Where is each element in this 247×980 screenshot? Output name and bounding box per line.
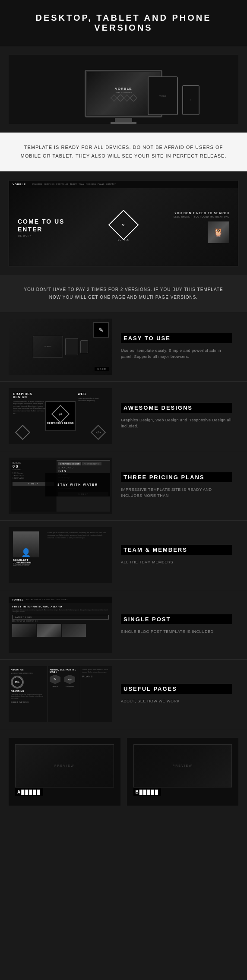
branding-desc: Lorem ipsum dolor sit amet, consectetur …: [11, 694, 45, 700]
feature-blog: VORBLE WELCOME SERVICES PORTFOLIO ABOUT …: [0, 590, 247, 660]
bottom-section: PREVIEW A█████ PREVIEW B█████: [0, 729, 247, 814]
feature-3-title: THREE PRICING PLANS: [121, 472, 232, 482]
about-title: ABOUT US: [11, 668, 45, 671]
blog-content: FIRST INTERNATIONAL AWARD Lorem ipsum do…: [9, 603, 112, 639]
feature-1-desc: Use our template easily. Simple and powe…: [121, 348, 232, 360]
hex-icons: ✎ DESIGN </> DEVELOP: [50, 675, 78, 688]
feature-3-content: THREE PRICING PLANS IMPRESSIVE TEMPLATE …: [112, 458, 238, 514]
feature-5-content: SINGLE POST SINGLE BLOG POST TEMPLATE IS…: [112, 597, 238, 653]
web-design-info: WEB Lorem ipsum dolor sit amet, consecte…: [78, 392, 108, 402]
page-header: DESKTOP, TABLET AND PHONE VERSIONS: [0, 0, 247, 46]
feature-awesome-designs: GRAPHICS DESIGN Lorem ipsum dolor sit am…: [0, 382, 247, 451]
basic-period: PER WEEK: [13, 468, 54, 471]
monitor-stand: [115, 118, 132, 122]
blog-header: VORBLE WELCOME SERVICES PORTFOLIO ABOUT …: [9, 597, 112, 603]
devices-description: TEMPLATE IS READY FOR ALL DEVICES. DO NO…: [0, 133, 247, 171]
mini-tablet-icon: [65, 338, 78, 355]
overlay-text: STAY WITH WATER: [57, 483, 98, 486]
feature-1-image: VORBLE ✎ USER: [9, 319, 112, 375]
team-member-name: SCARLETT JOHANSSON: [13, 559, 43, 564]
blog-nav-blog: BLOG: [57, 599, 60, 601]
blog-thumb-1: [12, 624, 36, 637]
monitor-base: [111, 122, 136, 124]
stay-with-water-overlay: STAY WITH WATER: [45, 473, 110, 496]
graphics-design-title: GRAPHICS DESIGN: [13, 392, 48, 398]
team-preview: 👤 SCARLETT JOHANSSON Marketing/Design Lo…: [9, 527, 112, 583]
responsive-icon-symbol: ⇄: [59, 412, 62, 417]
preview-nav-items: WELCOME SERVICES PORTFOLIO ABOUT TEAM PR…: [32, 183, 116, 185]
preview-hero-center: V VORBLE: [88, 214, 158, 241]
double-version-section: YOU DON'T HAVE TO PAY 2 TIMES FOR 2 VERS…: [0, 275, 247, 312]
blog-nav-welcome: WELCOME: [26, 599, 33, 601]
blog-thumb-3-bg: [62, 624, 86, 637]
feature-4-image: 👤 SCARLETT JOHANSSON Marketing/Design Lo…: [9, 527, 112, 583]
latest-news-button[interactable]: LATEST NEWS: [12, 615, 109, 620]
web-design-title: WEB: [78, 392, 108, 395]
feature-1-content: EASY TO USE Use our template easily. Sim…: [112, 319, 238, 375]
branding-title: BRANDING: [11, 690, 45, 692]
feature-3-image: BASIC 0 $ PER WEEK 5 GB Storage 3 ACCOUN…: [9, 458, 112, 514]
preview-right-sub: ELSE WHERE IF YOU FOUND THE RIGHT ONE: [159, 215, 229, 218]
see-how-we-work-title: ABOUT, SEE HOW WE WORK: [50, 668, 78, 673]
diamond-right-icon: </>: [93, 427, 104, 438]
blog-nav-contact: CONTACT: [61, 599, 67, 601]
basic-price: 0 $: [13, 464, 54, 468]
preview-hero-title: COME TO US ENTER: [18, 218, 88, 233]
website-preview-section: VORBLE WELCOME SERVICES PORTFOLIO ABOUT …: [0, 171, 247, 275]
bottom-left-image: PREVIEW: [15, 744, 114, 787]
design-hex: ✎: [50, 675, 60, 684]
devices-description-text: TEMPLATE IS READY FOR ALL DEVICES. DO NO…: [17, 143, 230, 161]
feature-5-title: SINGLE POST: [121, 614, 232, 624]
feature-5-image: VORBLE WELCOME SERVICES PORTFOLIO ABOUT …: [9, 597, 112, 653]
team-member-desc: Lorem ipsum dolor sit amet, consectetur …: [48, 531, 108, 539]
blog-nav-portfolio: PORTFOLIO: [42, 599, 49, 601]
tablet-icon: VORBLE: [148, 76, 178, 115]
more-info-label: MORE INTERESTING INFO: [11, 672, 45, 674]
preview-hero-sub: WE WORK: [18, 234, 88, 237]
responsive-design-icon: ⇄: [51, 405, 70, 423]
feature-easy-to-use: VORBLE ✎ USER EASY TO USE Use our templa…: [0, 312, 247, 382]
team-member-role: Marketing/Design: [13, 564, 43, 566]
bottom-right-image: PREVIEW: [133, 744, 232, 787]
blog-nav-about: ABOUT: [51, 599, 55, 601]
feature-1-title: EASY TO USE: [121, 333, 232, 343]
edit-icon: ✎: [93, 322, 109, 338]
design-label: DESIGN: [52, 686, 58, 688]
nav-item-plans: PLANS: [98, 183, 104, 185]
nav-item-process: PROCESS: [86, 183, 96, 185]
preview-nav: VORBLE WELCOME SERVICES PORTFOLIO ABOUT …: [9, 180, 238, 188]
preview-hero-right: YOU DON'T NEED TO SEARCH ELSE WHERE IF Y…: [159, 212, 229, 243]
team-member-photo: 👤: [13, 531, 39, 557]
mini-monitor-icon: VORBLE: [33, 336, 63, 357]
plans-info: Lorem ipsum dolor sit amet lorem ipsum. …: [82, 668, 111, 673]
feature-2-content: AWESOME DESIGNS Graphics Design, Web Des…: [112, 388, 238, 444]
blog-thumbnails: [12, 624, 109, 637]
feature-4-title: TEAM & MEMBERS: [121, 545, 232, 555]
graphics-design-desc: Lorem ipsum dolor sit amet, consectetur …: [13, 400, 48, 415]
device-mockup-image: VORBLE COME TO US ENTER VOR: [9, 55, 238, 124]
plans-label: PLANS: [82, 675, 111, 678]
page-title: DESKTOP, TABLET AND PHONE VERSIONS: [9, 13, 238, 33]
blog-nav-services: SERVICES: [34, 599, 41, 601]
website-preview-image: VORBLE WELCOME SERVICES PORTFOLIO ABOUT …: [9, 180, 238, 266]
blog-thumb-2-bg: [37, 624, 61, 637]
team-photo-bg: 👤: [13, 531, 39, 557]
blog-nav: WELCOME SERVICES PORTFOLIO ABOUT BLOG CO…: [26, 599, 68, 601]
user-badge: USER: [95, 367, 109, 371]
web-design-desc: Lorem ipsum dolor sit amet, consectetur …: [78, 397, 108, 402]
feature-team: 👤 SCARLETT JOHANSSON Marketing/Design Lo…: [0, 521, 247, 590]
feature-2-desc: Graphics Design, Web Design and Responsi…: [121, 417, 232, 430]
blog-thumb-1-bg: [12, 624, 36, 637]
blog-post-title: FIRST INTERNATIONAL AWARD: [12, 605, 109, 608]
nav-item-portfolio: PORTFOLIO: [56, 183, 68, 185]
feature-6-desc: ABOUT, SEE HOW WE WORK: [121, 698, 232, 704]
feature-5-desc: SINGLE BLOG POST TEMPLATE IS INCLUDED: [121, 629, 232, 635]
about-preview: ABOUT US MORE INTERESTING INFO 95% BRAND…: [9, 666, 112, 722]
graphics-design-info: GRAPHICS DESIGN Lorem ipsum dolor sit am…: [13, 392, 48, 415]
about-sections-wrap: ABOUT US MORE INTERESTING INFO 95% BRAND…: [9, 666, 112, 722]
develop-label: DEVELOP: [66, 686, 74, 688]
blog-thumb-3: [62, 624, 86, 637]
feature-pricing: BASIC 0 $ PER WEEK 5 GB Storage 3 ACCOUN…: [0, 451, 247, 521]
devices-section: VORBLE COME TO US ENTER VOR: [0, 46, 247, 133]
bottom-left-title: A█████: [15, 788, 43, 796]
